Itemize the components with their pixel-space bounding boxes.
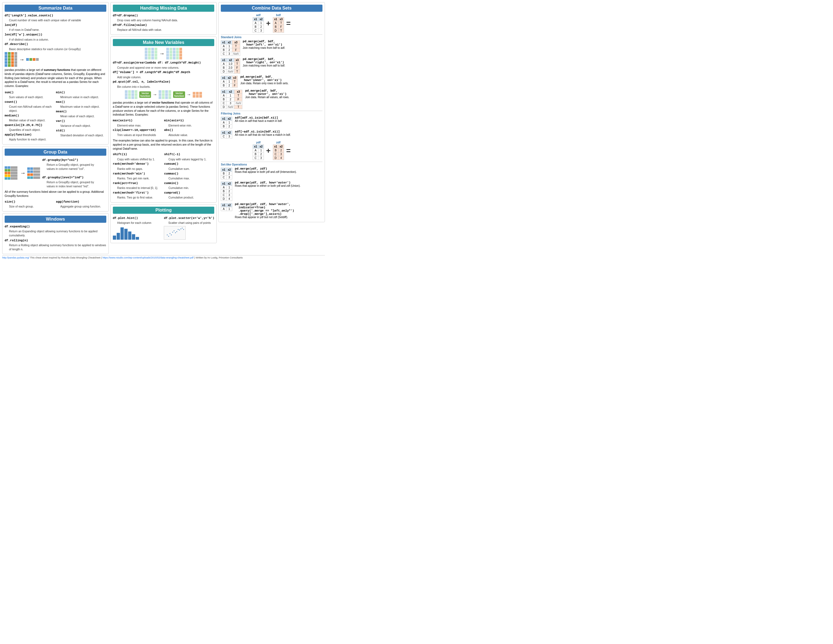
setdiff-row: x1x2 A1 pd.merge(ydf, zdf, how='outer', … <box>221 203 322 219</box>
filter-join-2-desc: adf[~adf.x1.isin(bdf.x1)] All rows in ad… <box>235 130 291 136</box>
code-len-df: len(df) <box>5 23 17 27</box>
code-volume: df['Volume'] = df.Length*df.Height*df.De… <box>113 71 190 74</box>
setdiff-desc: pd.merge(ydf, zdf, how='outer', indicato… <box>235 203 294 219</box>
bdf-label: bdf <box>273 13 284 17</box>
code-qcut: pd.qcut(df.col, n, labels=False) <box>113 80 170 84</box>
filter-join-1-table: x1x2 A1 B2 <box>221 116 232 129</box>
ydf-table: x1x2 A1 B2 C3 <box>252 145 264 160</box>
intersect-row: x1x2 B2 C3 pd.merge(ydf, zdf) Rows that … <box>221 167 322 180</box>
newvars-func2-left: shift(1) Copy with values shifted by 1. … <box>113 151 163 200</box>
code-dropna: df=df.dropna() <box>113 14 138 17</box>
zdf-label: zdf <box>273 141 284 144</box>
plus-icon: + <box>266 19 270 28</box>
group-arrow: → <box>20 170 26 176</box>
newvars-paragraph2: The examples below can also be applied t… <box>113 138 214 150</box>
inner-join-desc: pd.merge(adf, bdf, how='inner', on='x1')… <box>240 75 289 85</box>
code-rolling: df.rolling(n) <box>5 239 28 242</box>
group-visual: → <box>5 157 106 189</box>
code-len-unique: len(df['w'].unique()) <box>5 33 42 36</box>
code-fillna: df=df.fillna(value) <box>113 23 147 27</box>
left-join-table: x1x2x3 A1T B2F C3NaN <box>221 40 240 56</box>
histogram-chart <box>113 226 163 240</box>
right-join-table: x1x2x3 A1.0T B2.0F DNaNT <box>221 58 240 74</box>
missing-header: Handling Missing Data <box>113 5 214 12</box>
arrow-icon: → <box>19 56 24 63</box>
newvars-functions: max(axis=1) Element-wise max. clip(lower… <box>113 118 214 137</box>
group-func-right: agg(function) Aggregate group using func… <box>56 199 106 209</box>
code-value-counts: df['Length'].value_counts() <box>5 14 53 17</box>
inner-join-row: x1x2x3 A1T B2F pd.merge(adf, bdf, how='i… <box>221 75 322 88</box>
scatter-chart <box>164 226 186 240</box>
equals-icon-2: = <box>286 147 291 155</box>
bdf-table: x1x3 AT BF DT <box>273 17 284 33</box>
footer-link1[interactable]: http://pandas.pydata.org/ <box>2 256 29 259</box>
group-extra-functions: size() Size of each group. agg(function)… <box>5 199 106 209</box>
footer-link2[interactable]: https://www.rstudio.com/wp-content/uploa… <box>103 256 193 259</box>
desc-len-df: # of rows in DataFrame. <box>9 28 106 32</box>
adf-table: x1x2 A1 B2 C3 <box>252 17 264 33</box>
summarize-paragraph: pandas provides a large set of summary f… <box>5 68 106 88</box>
plotting-header: Plotting <box>113 207 214 214</box>
filter-join-1-row: x1x2 A1 B2 adf[adf.x1.isin(bdf.x1)] All … <box>221 116 322 129</box>
ydf-label: ydf <box>252 141 264 144</box>
desc-describe: Basic descriptive statistics for each co… <box>9 47 106 51</box>
zdf-table-container: zdf x1x2 B2 C3 D4 <box>273 141 284 161</box>
desc-volume: Add single column. <box>117 75 214 79</box>
outer-join-table: x1x2x3 A1T B2F C3NaN DNaNT <box>221 89 242 109</box>
desc-qcut: Bin column into n buckets. <box>117 85 214 89</box>
code-scatter: df.plot.scatter(x='w',y='h') <box>164 216 214 220</box>
vector-box-1: Vectorfunction <box>139 91 151 98</box>
newvars-header: Make New Variables <box>113 39 214 46</box>
code-assign: df=df.assign(Area=lambda df: df.Length*d… <box>113 61 201 64</box>
combine-section: Combine Data Sets adf x1x2 A1 B2 C3 + bd… <box>218 2 325 222</box>
group-section: Group Data <box>2 146 109 212</box>
newvars-func-right: min(axis=1) Element-wise min. abs() Abso… <box>164 118 214 137</box>
filter-join-1-desc: adf[adf.x1.isin(bdf.x1)] All rows in adf… <box>235 116 283 122</box>
summarize-header: Summarize Data <box>5 5 106 12</box>
main-layout: Summarize Data df['Length'].value_counts… <box>2 2 325 254</box>
zdf-table: x1x2 B2 C3 D4 <box>273 145 284 160</box>
desc-expanding: Return an Expanding object allowing summ… <box>9 229 106 237</box>
group-paragraph: All of the summary functions listed abov… <box>5 190 106 198</box>
summarize-visual: → <box>5 52 106 67</box>
code-hist: df.plot.hist() <box>113 216 138 220</box>
intersect-table: x1x2 B2 C3 <box>221 167 232 180</box>
filter-join-2-table: x1x2 C3 <box>221 130 232 139</box>
desc-assign: Compute and append one or more new colum… <box>117 66 214 70</box>
missing-section: Handling Missing Data df=df.dropna() Dro… <box>110 2 217 35</box>
adf-table-container: adf x1x2 A1 B2 C3 <box>252 13 264 33</box>
right-join-desc: pd.merge(adf, bdf, how='right', on='x1')… <box>243 58 285 67</box>
newvars-paragraph: pandas provides a large set of vector fu… <box>113 101 214 117</box>
plotting-content: df.plot.hist() Histogram for each column… <box>113 216 214 241</box>
func-right: min() Minimum value in each object. max(… <box>56 90 106 142</box>
yz-top-visual: ydf x1x2 A1 B2 C3 + zdf x1x2 B2 C3 <box>221 141 322 161</box>
intersect-desc: pd.merge(ydf, zdf) Rows that appear in b… <box>235 167 297 174</box>
footer: http://pandas.pydata.org/ This cheat she… <box>2 255 325 259</box>
vector-visual: Vectorfunction → Vectorfunction → <box>113 90 214 99</box>
set-ops-header: Set-like Operations <box>221 162 322 166</box>
newvars-func-left: max(axis=1) Element-wise max. clip(lower… <box>113 118 163 137</box>
union-desc: pd.merge(ydf, zdf, how='outer') Rows tha… <box>235 181 301 187</box>
footer-desc: This cheat sheet inspired by Rstudio Dat… <box>30 256 102 259</box>
newvars-section: Make New Variables → df=df.assign(Area= <box>110 37 217 203</box>
newvars-functions2: shift(1) Copy with values shifted by 1. … <box>113 151 214 200</box>
desc-scatter: Scatter chart using pairs of points <box>168 221 214 225</box>
code-expanding: df.expanding() <box>5 225 30 228</box>
desc-fillna: Replace all NA/null data with value. <box>117 28 214 32</box>
filter-join-2-row: x1x2 C3 adf[~adf.x1.isin(bdf.x1)] All ro… <box>221 130 322 139</box>
func-left: sum() Sum values of each object. count()… <box>5 90 55 142</box>
footer-author: ) Written by Irv Lustig, Princeton Consu… <box>195 256 243 259</box>
combine-header: Combine Data Sets <box>221 5 322 12</box>
equals-icon: = <box>286 19 291 28</box>
plotting-right: df.plot.scatter(x='w',y='h') Scatter cha… <box>164 216 214 241</box>
plotting-section: Plotting df.plot.hist() Histogram for ea… <box>110 204 217 243</box>
summarize-section: Summarize Data df['Length'].value_counts… <box>2 2 109 145</box>
group-header: Group Data <box>5 148 106 156</box>
filtering-joins-header: Filtering Joins <box>221 111 322 115</box>
right-join-row: x1x2x3 A1.0T B2.0F DNaNT pd.merge(adf, b… <box>221 58 322 74</box>
desc-dropna: Drop rows with any column having NA/null… <box>117 18 214 23</box>
windows-section: Windows df.expanding() Return an Expandi… <box>2 213 109 254</box>
vector-box-2: Vectorfunction <box>173 91 185 98</box>
plus-icon-2: + <box>266 147 270 155</box>
ydf-table-container: ydf x1x2 A1 B2 C3 <box>252 141 264 161</box>
